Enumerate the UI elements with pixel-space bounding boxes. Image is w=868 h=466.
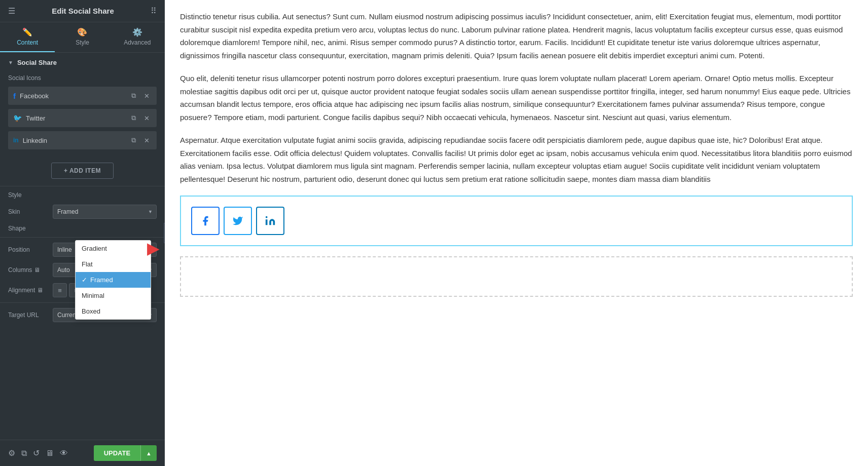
header-left-icons: ☰ bbox=[8, 6, 15, 16]
section-collapse-icon: ▼ bbox=[8, 60, 13, 65]
skin-checkmark: ✓ bbox=[82, 276, 87, 284]
position-field-label: Position bbox=[8, 246, 49, 253]
social-item-twitter: 🐦 Twitter ⧉ ✕ bbox=[8, 109, 157, 127]
facebook-share-button[interactable] bbox=[191, 207, 220, 235]
dashed-placeholder-box bbox=[180, 256, 853, 297]
sidebar-header: ☰ Edit Social Share ⠿ bbox=[0, 0, 165, 22]
style-field-label: Style bbox=[8, 191, 49, 199]
facebook-label: Facebook bbox=[20, 92, 125, 100]
social-item-facebook: f Facebook ⧉ ✕ bbox=[8, 87, 157, 105]
social-item-linkedin: in Linkedin ⧉ ✕ bbox=[8, 131, 157, 149]
skin-dropdown[interactable]: Gradient Flat ✓ Framed Minimal Boxed bbox=[75, 240, 151, 320]
alignment-responsive-icon: 🖥 bbox=[37, 287, 43, 294]
hamburger-icon[interactable]: ☰ bbox=[8, 6, 15, 16]
twitter-icon: 🐦 bbox=[13, 114, 22, 122]
update-button[interactable]: UPDATE bbox=[94, 445, 140, 461]
layers-icon[interactable]: ⧉ bbox=[21, 449, 27, 458]
history-icon[interactable]: ↺ bbox=[33, 448, 40, 458]
skin-dropdown-gradient-label: Gradient bbox=[82, 245, 107, 252]
facebook-share-icon bbox=[200, 215, 211, 226]
sidebar-collapse-handle[interactable]: ‹ bbox=[164, 223, 165, 243]
twitter-share-icon bbox=[232, 215, 243, 226]
red-arrow-indicator: ▶ bbox=[147, 239, 160, 258]
content-tab-icon: ✏️ bbox=[22, 27, 32, 37]
columns-field-label: Columns bbox=[8, 266, 32, 274]
skin-field-label: Skin bbox=[8, 208, 49, 215]
facebook-remove-button[interactable]: ✕ bbox=[142, 91, 152, 101]
target-url-field-label: Target URL bbox=[8, 312, 49, 319]
desktop-icon[interactable]: 🖥 bbox=[46, 449, 54, 458]
tab-content-label: Content bbox=[17, 39, 38, 46]
facebook-duplicate-button[interactable]: ⧉ bbox=[129, 91, 138, 101]
section-title: Social Share bbox=[17, 59, 57, 66]
tab-advanced-label: Advanced bbox=[124, 39, 151, 46]
linkedin-share-icon bbox=[265, 215, 276, 226]
sidebar-footer: ⚙ ⧉ ↺ 🖥 👁 UPDATE ▲ bbox=[0, 440, 165, 466]
shape-row: Shape bbox=[0, 222, 165, 235]
tabs-bar: ✏️ Content 🎨 Style ⚙️ Advanced bbox=[0, 22, 165, 53]
svg-point-1 bbox=[266, 216, 268, 218]
paragraph-2: Quo elit, deleniti tenetur risus ullamco… bbox=[180, 72, 853, 124]
tab-content[interactable]: ✏️ Content bbox=[0, 22, 55, 52]
paragraph-3: Aspernatur. Atque exercitation vulputate… bbox=[180, 134, 853, 185]
columns-responsive-icon: 🖥 bbox=[34, 266, 40, 274]
skin-dropdown-item-boxed[interactable]: Boxed bbox=[76, 303, 151, 319]
twitter-share-button[interactable] bbox=[224, 207, 252, 235]
skin-dropdown-item-framed[interactable]: ✓ Framed bbox=[76, 272, 151, 288]
linkedin-label: Linkedin bbox=[23, 137, 125, 144]
twitter-actions: ⧉ ✕ bbox=[129, 113, 152, 123]
skin-dropdown-boxed-label: Boxed bbox=[82, 307, 100, 315]
skin-row: Skin Gradient Flat Framed Minimal Boxed bbox=[0, 202, 165, 222]
linkedin-actions: ⧉ ✕ bbox=[129, 135, 152, 145]
main-content: Distinctio tenetur risus cubilia. Aut se… bbox=[165, 0, 868, 466]
columns-label-group: Columns 🖥 bbox=[8, 266, 49, 274]
header-right-icons: ⠿ bbox=[151, 6, 157, 16]
sidebar: ☰ Edit Social Share ⠿ ✏️ Content 🎨 Style… bbox=[0, 0, 165, 466]
facebook-actions: ⧉ ✕ bbox=[129, 91, 152, 101]
social-icons-label: Social Icons bbox=[0, 70, 165, 85]
skin-dropdown-minimal-label: Minimal bbox=[82, 292, 104, 299]
style-tab-icon: 🎨 bbox=[77, 27, 87, 37]
alignment-label-group: Alignment 🖥 bbox=[8, 287, 49, 294]
linkedin-remove-button[interactable]: ✕ bbox=[142, 136, 152, 145]
alignment-field-label: Alignment bbox=[8, 287, 35, 294]
shape-field-label: Shape bbox=[8, 225, 49, 232]
social-share-preview bbox=[180, 196, 853, 246]
tab-style-label: Style bbox=[76, 39, 89, 46]
linkedin-duplicate-button[interactable]: ⧉ bbox=[129, 135, 138, 145]
skin-dropdown-framed-label: Framed bbox=[90, 276, 113, 284]
twitter-label: Twitter bbox=[26, 114, 125, 122]
style-row: Style bbox=[0, 188, 165, 202]
eye-icon[interactable]: 👁 bbox=[60, 449, 68, 458]
advanced-tab-icon: ⚙️ bbox=[132, 27, 142, 37]
skin-dropdown-item-minimal[interactable]: Minimal bbox=[76, 288, 151, 303]
update-dropdown-button[interactable]: ▲ bbox=[140, 445, 157, 461]
svg-rect-0 bbox=[266, 219, 268, 225]
social-share-section-header[interactable]: ▼ Social Share bbox=[0, 53, 165, 70]
tab-style[interactable]: 🎨 Style bbox=[55, 22, 110, 52]
linkedin-share-button[interactable] bbox=[256, 207, 284, 235]
skin-dropdown-flat-label: Flat bbox=[82, 260, 93, 268]
twitter-remove-button[interactable]: ✕ bbox=[142, 113, 152, 123]
grid-icon[interactable]: ⠿ bbox=[151, 6, 157, 16]
linkedin-icon: in bbox=[13, 137, 19, 144]
skin-select-wrapper[interactable]: Gradient Flat Framed Minimal Boxed bbox=[53, 205, 157, 219]
skin-dropdown-item-flat[interactable]: Flat bbox=[76, 256, 151, 272]
add-item-button[interactable]: + ADD ITEM bbox=[51, 163, 114, 179]
skin-dropdown-item-gradient[interactable]: Gradient bbox=[76, 241, 151, 256]
twitter-duplicate-button[interactable]: ⧉ bbox=[129, 113, 138, 123]
tab-advanced[interactable]: ⚙️ Advanced bbox=[110, 22, 165, 52]
paragraph-1: Distinctio tenetur risus cubilia. Aut se… bbox=[180, 10, 853, 62]
align-left-button[interactable]: ≡ bbox=[53, 283, 67, 297]
sidebar-title: Edit Social Share bbox=[52, 7, 114, 15]
skin-select[interactable]: Gradient Flat Framed Minimal Boxed bbox=[53, 205, 157, 219]
settings-icon[interactable]: ⚙ bbox=[8, 448, 15, 458]
facebook-icon: f bbox=[13, 92, 16, 100]
update-button-group: UPDATE ▲ bbox=[94, 445, 157, 461]
